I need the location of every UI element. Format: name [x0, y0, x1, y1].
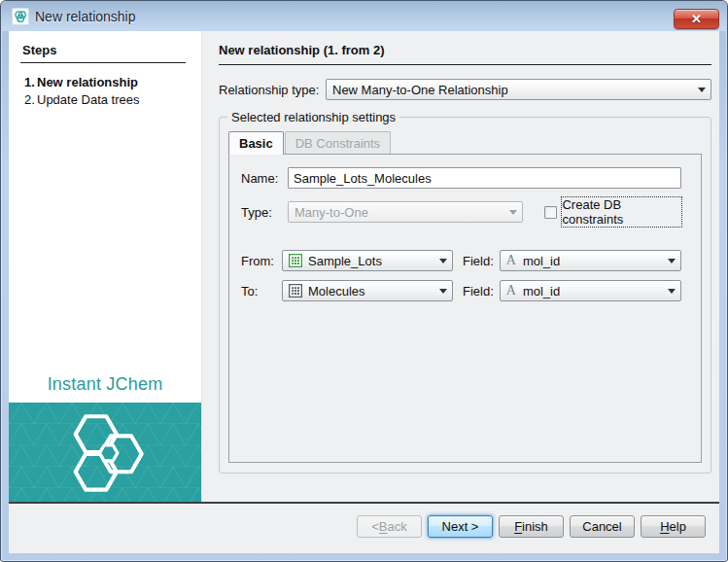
- spacer: [241, 235, 681, 250]
- create-db-constraints-checkbox[interactable]: [544, 206, 557, 219]
- label-part: ack: [388, 519, 407, 534]
- label-part: Next >: [442, 519, 479, 534]
- close-button[interactable]: ✕: [674, 9, 719, 29]
- cancel-button[interactable]: Cancel: [570, 515, 635, 538]
- relationship-type-row: Relationship type: New Many-to-One Relat…: [219, 79, 711, 100]
- steps-list: Steps 1. New relationship 2. Update Data…: [9, 31, 201, 367]
- title-bar[interactable]: New relationship ✕: [1, 1, 727, 31]
- label-part: F: [514, 519, 522, 534]
- content-row: Steps 1. New relationship 2. Update Data…: [9, 31, 719, 502]
- from-field-select[interactable]: A mol_id: [500, 250, 681, 271]
- from-row: From:: [241, 250, 681, 271]
- next-button[interactable]: Next >: [428, 515, 493, 538]
- chevron-down-icon: [668, 259, 676, 263]
- step-label: Update Data trees: [37, 92, 140, 107]
- chevron-down-icon: [509, 210, 517, 215]
- back-button[interactable]: < Back: [357, 515, 422, 538]
- basic-tab-panel: Name: Type: Many-to-One Create DB: [228, 154, 702, 463]
- step-item-new-relationship: 1. New relationship: [17, 75, 190, 89]
- step-item-update-data-trees: 2. Update Data trees: [17, 92, 190, 107]
- type-select[interactable]: Many-to-One: [288, 201, 523, 223]
- label-part: inish: [522, 519, 548, 534]
- name-label: Name:: [241, 171, 288, 186]
- step-number: 2.: [17, 92, 37, 107]
- chevron-down-icon: [668, 289, 676, 294]
- relationship-type-value: New Many-to-One Relationship: [332, 83, 508, 97]
- type-row: Type: Many-to-One Create DB constraints: [241, 197, 681, 227]
- hexagon-logo-icon: [58, 407, 152, 497]
- main-panel: New relationship (1. from 2) Relationshi…: [202, 31, 719, 502]
- close-icon: ✕: [691, 13, 702, 25]
- steps-sidebar: Steps 1. New relationship 2. Update Data…: [9, 31, 202, 502]
- to-field-label: Field:: [463, 284, 494, 299]
- tab-basic[interactable]: Basic: [228, 131, 284, 154]
- relationship-type-select[interactable]: New Many-to-One Relationship: [326, 79, 711, 100]
- button-bar: < Back Next > Finish Cancel Help: [9, 502, 719, 553]
- name-row: Name:: [241, 167, 681, 189]
- dialog-body: Steps 1. New relationship 2. Update Data…: [9, 31, 719, 553]
- step-number: 1.: [17, 75, 37, 89]
- type-value: Many-to-One: [295, 205, 368, 220]
- label-part: B: [379, 519, 388, 534]
- to-field-value: mol_id: [523, 284, 560, 299]
- finish-button[interactable]: Finish: [499, 515, 564, 538]
- tab-db-constraints[interactable]: DB Constraints: [285, 131, 391, 154]
- page-title: New relationship (1. from 2): [219, 43, 711, 65]
- type-label: Type:: [241, 205, 288, 220]
- label-part: elp: [670, 519, 686, 534]
- tabs-bar: Basic DB Constraints: [228, 131, 702, 154]
- label-part: <: [371, 519, 379, 534]
- field-type-icon: A: [506, 283, 516, 299]
- from-field-label: Field:: [463, 254, 494, 268]
- from-table-select[interactable]: Sample_Lots: [282, 250, 453, 271]
- tab-label: Basic: [239, 136, 273, 151]
- from-label: From:: [241, 254, 282, 268]
- help-button[interactable]: Help: [641, 515, 706, 538]
- to-label: To:: [241, 284, 282, 299]
- table-icon-green: [289, 254, 302, 267]
- create-db-constraints-label[interactable]: Create DB constraints: [562, 197, 681, 227]
- app-logo-icon: [12, 8, 29, 25]
- window-title: New relationship: [35, 9, 136, 24]
- to-table-value: Molecules: [308, 284, 365, 299]
- steps-header: Steps: [17, 43, 190, 57]
- brand-name: Instant JChem: [9, 367, 201, 403]
- chevron-down-icon: [439, 289, 447, 294]
- field-type-icon: A: [506, 253, 516, 268]
- chevron-down-icon: [439, 259, 447, 263]
- step-label: New relationship: [37, 75, 138, 89]
- groupbox-label: Selected relationship settings: [227, 110, 399, 124]
- create-db-constraints-group: Create DB constraints: [544, 197, 681, 227]
- to-table-select[interactable]: Molecules: [282, 280, 453, 301]
- relationship-settings-groupbox: Selected relationship settings Basic DB …: [219, 117, 711, 474]
- from-field-value: mol_id: [523, 254, 560, 268]
- label-part: H: [660, 519, 669, 534]
- name-input[interactable]: [288, 167, 681, 189]
- table-icon-gray: [289, 284, 302, 298]
- steps-divider: [20, 62, 186, 63]
- to-row: To:: [241, 280, 681, 301]
- dialog-window: New relationship ✕ Steps 1. New relation…: [0, 0, 728, 562]
- tab-label: DB Constraints: [295, 136, 380, 151]
- from-table-value: Sample_Lots: [308, 254, 382, 268]
- relationship-type-label: Relationship type:: [219, 83, 326, 97]
- chevron-down-icon: [698, 88, 706, 92]
- label-part: Cancel: [582, 519, 621, 534]
- to-field-select[interactable]: A mol_id: [500, 280, 681, 301]
- brand-banner: [9, 403, 201, 502]
